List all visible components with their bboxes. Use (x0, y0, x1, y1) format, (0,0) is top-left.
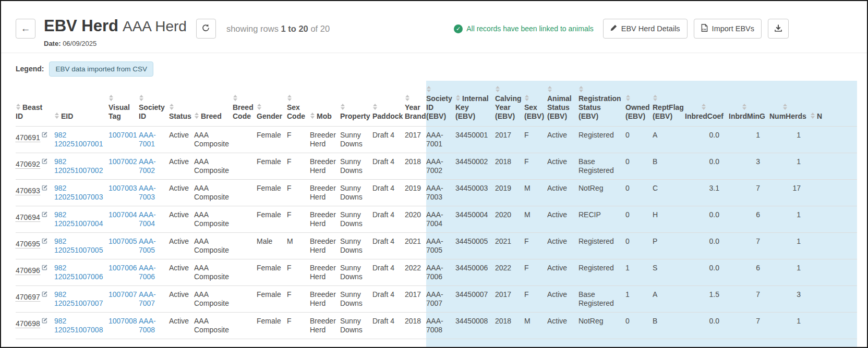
cell-internal_key_ebv: 34450003 (455, 179, 495, 206)
column-header-inbrdming[interactable]: InbrdMinG (729, 81, 769, 126)
rows-range: 1 to 20 (281, 24, 308, 33)
cell-breed: AAA Composite (194, 285, 233, 312)
column-header-numherds[interactable]: NumHerds (769, 81, 810, 126)
column-header-registration_status_ebv[interactable]: Registration Status (EBV) (578, 81, 625, 126)
cell-inbredcoef: 0.0 (685, 312, 729, 339)
column-header-animal_status_ebv[interactable]: Animal Status (EBV) (547, 81, 578, 126)
cell-eid: 982 120251007006 (54, 259, 108, 285)
edit-icon[interactable] (42, 317, 48, 326)
cell-inbrdming: 7 (729, 312, 769, 339)
column-header-property[interactable]: Property (340, 81, 372, 126)
back-button[interactable]: ← (16, 19, 35, 39)
ebv-herd-details-button[interactable]: EBV Herd Details (603, 19, 688, 39)
column-header-visual_tag[interactable]: Visual Tag (108, 81, 139, 126)
society_id-link[interactable]: AAA-7008 (139, 317, 156, 334)
cell-inbredcoef: 1.5 (685, 285, 729, 312)
eid-link[interactable]: 982 120251007007 (54, 290, 103, 307)
cell-mob: Breeder Herd (310, 285, 340, 312)
column-header-next_column_truncated[interactable]: N (810, 81, 857, 126)
visual_tag-link[interactable]: 1007001 (108, 131, 137, 139)
edit-icon[interactable] (42, 290, 48, 299)
beast-id-link[interactable]: 470696 (16, 266, 40, 275)
eid-link[interactable]: 982 120251007001 (54, 131, 103, 148)
visual_tag-link[interactable]: 1007008 (108, 317, 137, 325)
column-header-sex_ebv[interactable]: Sex (EBV) (524, 81, 547, 126)
beast-id-link[interactable]: 470692 (16, 160, 40, 169)
cell-breed_code (233, 206, 257, 232)
eid-link[interactable]: 982 120251007006 (54, 264, 103, 281)
cell-sex_ebv: F (524, 259, 547, 285)
sort-icon (524, 95, 529, 101)
cell-mob: Breeder Herd (310, 153, 340, 179)
cell-numherds: 1 (769, 206, 810, 232)
eid-link[interactable]: 982 120251007005 (54, 237, 103, 254)
cell-internal_key_ebv: 34450002 (455, 153, 495, 179)
eid-link[interactable]: 982 120251007008 (54, 317, 103, 334)
visual_tag-link[interactable]: 1007004 (108, 210, 137, 219)
column-header-calving_year_ebv[interactable]: Calving Year (EBV) (495, 81, 524, 126)
society_id-link[interactable]: AAA-7004 (139, 210, 156, 228)
edit-icon[interactable] (42, 210, 48, 219)
column-header-beast_id[interactable]: Beast ID (16, 81, 54, 126)
column-header-sex_code[interactable]: Sex Code (287, 81, 310, 126)
edit-icon[interactable] (42, 237, 48, 246)
import-ebvs-button[interactable]: csv Import EBVs (694, 19, 762, 39)
cell-calving_year_ebv: 2021 (495, 232, 524, 259)
beast-id-link[interactable]: 470691 (16, 133, 40, 142)
cell-breed_code (233, 259, 257, 285)
cell-society_id: AAA-7008 (139, 312, 169, 339)
cell-property: Sunny Downs (340, 285, 372, 312)
column-header-year_brand[interactable]: Year Brand (405, 81, 426, 126)
society_id-link[interactable]: AAA-7007 (139, 290, 156, 307)
cell-sex_ebv: M (524, 312, 547, 339)
column-header-status[interactable]: Status (169, 81, 194, 126)
edit-icon[interactable] (42, 264, 48, 272)
table-row-partial (16, 339, 857, 348)
society_id-link[interactable]: AAA-7002 (139, 157, 156, 175)
edit-icon[interactable] (42, 131, 48, 140)
visual_tag-link[interactable]: 1007005 (108, 237, 137, 245)
visual_tag-link[interactable]: 1007003 (108, 184, 137, 192)
column-header-society_id[interactable]: Society ID (139, 81, 169, 126)
society_id-link[interactable]: AAA-7003 (139, 184, 156, 201)
column-header-breed[interactable]: Breed (194, 81, 233, 126)
cell-inbrdming: 7 (729, 232, 769, 259)
society_id-link[interactable]: AAA-7001 (139, 131, 156, 148)
beast-id-link[interactable]: 470698 (16, 319, 40, 328)
column-header-inbredcoef[interactable]: InbredCoef (685, 81, 729, 126)
beast-id-link[interactable]: 470693 (16, 187, 40, 195)
column-header-gender[interactable]: Gender (257, 81, 287, 126)
society_id-link[interactable]: AAA-7006 (139, 264, 156, 281)
cell-mob: Breeder Herd (310, 179, 340, 206)
visual_tag-link[interactable]: 1007002 (108, 157, 137, 166)
cell-eid: 982 120251007004 (54, 206, 108, 232)
eid-link[interactable]: 982 120251007002 (54, 157, 103, 175)
column-header-owned_ebv[interactable]: Owned (EBV) (625, 81, 653, 126)
column-header-internal_key_ebv[interactable]: Internal Key (EBV) (455, 81, 495, 126)
visual_tag-link[interactable]: 1007006 (108, 264, 137, 272)
edit-icon[interactable] (42, 157, 48, 166)
cell-paddock: Draft 4 (372, 153, 405, 179)
column-header-breed_code[interactable]: Breed Code (233, 81, 257, 126)
cell-gender: Female (257, 179, 287, 206)
beast-id-link[interactable]: 470697 (16, 293, 40, 302)
download-button[interactable] (768, 19, 789, 39)
visual_tag-link[interactable]: 1007007 (108, 290, 137, 299)
column-header-society_id_ebv[interactable]: Society ID (EBV) (426, 81, 455, 126)
society_id-link[interactable]: AAA-7005 (139, 237, 156, 254)
column-header-reptflag_ebv[interactable]: ReptFlag (EBV) (653, 81, 685, 126)
cell-breed: AAA Composite (194, 232, 233, 259)
eid-link[interactable]: 982 120251007003 (54, 184, 103, 201)
column-header-paddock[interactable]: Paddock (372, 81, 405, 126)
column-header-eid[interactable]: EID (54, 81, 108, 126)
cell-sex_ebv: F (524, 153, 547, 179)
eid-link[interactable]: 982 120251007004 (54, 210, 103, 228)
cell-status: Active (169, 259, 194, 285)
beast-id-link[interactable]: 470694 (16, 213, 40, 222)
edit-icon[interactable] (42, 184, 48, 193)
refresh-button[interactable] (196, 19, 216, 39)
column-header-mob[interactable]: Mob (310, 81, 340, 126)
cell-registration_status_ebv: NotReg (578, 179, 625, 206)
beast-id-link[interactable]: 470695 (16, 240, 40, 248)
cell-numherds: 1 (769, 153, 810, 179)
